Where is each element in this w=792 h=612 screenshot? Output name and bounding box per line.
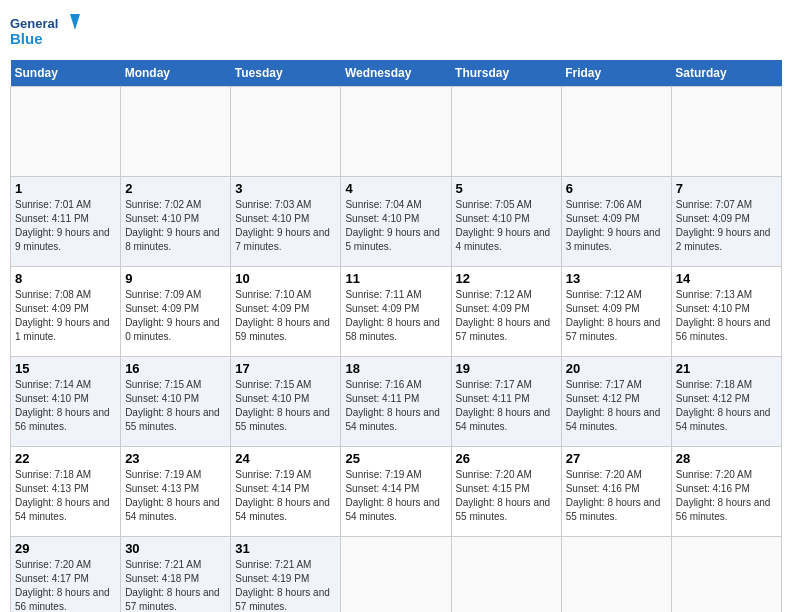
calendar-day-cell: 28Sunrise: 7:20 AMSunset: 4:16 PMDayligh… — [671, 447, 781, 537]
calendar-day-cell: 24Sunrise: 7:19 AMSunset: 4:14 PMDayligh… — [231, 447, 341, 537]
day-number: 12 — [456, 271, 557, 286]
day-number: 14 — [676, 271, 777, 286]
day-of-week-header: Friday — [561, 60, 671, 87]
day-number: 17 — [235, 361, 336, 376]
day-number: 7 — [676, 181, 777, 196]
calendar-day-cell: 23Sunrise: 7:19 AMSunset: 4:13 PMDayligh… — [121, 447, 231, 537]
calendar-day-cell — [561, 87, 671, 177]
day-detail: Sunrise: 7:03 AMSunset: 4:10 PMDaylight:… — [235, 198, 336, 254]
day-number: 22 — [15, 451, 116, 466]
day-number: 18 — [345, 361, 446, 376]
calendar-day-cell: 12Sunrise: 7:12 AMSunset: 4:09 PMDayligh… — [451, 267, 561, 357]
calendar-day-cell: 26Sunrise: 7:20 AMSunset: 4:15 PMDayligh… — [451, 447, 561, 537]
day-detail: Sunrise: 7:07 AMSunset: 4:09 PMDaylight:… — [676, 198, 777, 254]
calendar-day-cell: 19Sunrise: 7:17 AMSunset: 4:11 PMDayligh… — [451, 357, 561, 447]
day-number: 15 — [15, 361, 116, 376]
logo-svg: General Blue — [10, 10, 80, 52]
day-number: 6 — [566, 181, 667, 196]
calendar-day-cell: 20Sunrise: 7:17 AMSunset: 4:12 PMDayligh… — [561, 357, 671, 447]
day-of-week-header: Saturday — [671, 60, 781, 87]
calendar-day-cell: 21Sunrise: 7:18 AMSunset: 4:12 PMDayligh… — [671, 357, 781, 447]
day-of-week-header: Tuesday — [231, 60, 341, 87]
calendar-day-cell: 16Sunrise: 7:15 AMSunset: 4:10 PMDayligh… — [121, 357, 231, 447]
day-detail: Sunrise: 7:14 AMSunset: 4:10 PMDaylight:… — [15, 378, 116, 434]
calendar-week-row: 29Sunrise: 7:20 AMSunset: 4:17 PMDayligh… — [11, 537, 782, 613]
day-number: 27 — [566, 451, 667, 466]
calendar-day-cell: 7Sunrise: 7:07 AMSunset: 4:09 PMDaylight… — [671, 177, 781, 267]
calendar-day-cell: 30Sunrise: 7:21 AMSunset: 4:18 PMDayligh… — [121, 537, 231, 613]
day-number: 1 — [15, 181, 116, 196]
day-detail: Sunrise: 7:18 AMSunset: 4:13 PMDaylight:… — [15, 468, 116, 524]
calendar-day-cell — [341, 87, 451, 177]
day-number: 5 — [456, 181, 557, 196]
day-number: 28 — [676, 451, 777, 466]
day-detail: Sunrise: 7:19 AMSunset: 4:14 PMDaylight:… — [345, 468, 446, 524]
calendar-day-cell — [451, 537, 561, 613]
calendar-day-cell: 2Sunrise: 7:02 AMSunset: 4:10 PMDaylight… — [121, 177, 231, 267]
day-detail: Sunrise: 7:05 AMSunset: 4:10 PMDaylight:… — [456, 198, 557, 254]
calendar-day-cell: 25Sunrise: 7:19 AMSunset: 4:14 PMDayligh… — [341, 447, 451, 537]
calendar-day-cell — [451, 87, 561, 177]
calendar-day-cell — [561, 537, 671, 613]
day-detail: Sunrise: 7:11 AMSunset: 4:09 PMDaylight:… — [345, 288, 446, 344]
day-detail: Sunrise: 7:20 AMSunset: 4:16 PMDaylight:… — [566, 468, 667, 524]
day-detail: Sunrise: 7:16 AMSunset: 4:11 PMDaylight:… — [345, 378, 446, 434]
day-detail: Sunrise: 7:13 AMSunset: 4:10 PMDaylight:… — [676, 288, 777, 344]
day-of-week-header: Monday — [121, 60, 231, 87]
day-number: 20 — [566, 361, 667, 376]
calendar-header: SundayMondayTuesdayWednesdayThursdayFrid… — [11, 60, 782, 87]
calendar-day-cell: 15Sunrise: 7:14 AMSunset: 4:10 PMDayligh… — [11, 357, 121, 447]
day-detail: Sunrise: 7:04 AMSunset: 4:10 PMDaylight:… — [345, 198, 446, 254]
day-detail: Sunrise: 7:15 AMSunset: 4:10 PMDaylight:… — [235, 378, 336, 434]
calendar-day-cell: 9Sunrise: 7:09 AMSunset: 4:09 PMDaylight… — [121, 267, 231, 357]
day-number: 3 — [235, 181, 336, 196]
day-number: 13 — [566, 271, 667, 286]
day-detail: Sunrise: 7:19 AMSunset: 4:13 PMDaylight:… — [125, 468, 226, 524]
calendar-day-cell: 4Sunrise: 7:04 AMSunset: 4:10 PMDaylight… — [341, 177, 451, 267]
calendar-day-cell: 29Sunrise: 7:20 AMSunset: 4:17 PMDayligh… — [11, 537, 121, 613]
day-number: 9 — [125, 271, 226, 286]
day-of-week-header: Sunday — [11, 60, 121, 87]
calendar-day-cell: 17Sunrise: 7:15 AMSunset: 4:10 PMDayligh… — [231, 357, 341, 447]
day-number: 30 — [125, 541, 226, 556]
calendar-day-cell — [671, 537, 781, 613]
calendar-day-cell — [341, 537, 451, 613]
calendar-week-row — [11, 87, 782, 177]
day-number: 21 — [676, 361, 777, 376]
day-number: 2 — [125, 181, 226, 196]
calendar-day-cell — [231, 87, 341, 177]
day-detail: Sunrise: 7:15 AMSunset: 4:10 PMDaylight:… — [125, 378, 226, 434]
day-detail: Sunrise: 7:18 AMSunset: 4:12 PMDaylight:… — [676, 378, 777, 434]
day-number: 16 — [125, 361, 226, 376]
day-detail: Sunrise: 7:02 AMSunset: 4:10 PMDaylight:… — [125, 198, 226, 254]
calendar-day-cell: 1Sunrise: 7:01 AMSunset: 4:11 PMDaylight… — [11, 177, 121, 267]
day-detail: Sunrise: 7:10 AMSunset: 4:09 PMDaylight:… — [235, 288, 336, 344]
day-detail: Sunrise: 7:20 AMSunset: 4:16 PMDaylight:… — [676, 468, 777, 524]
day-of-week-header: Wednesday — [341, 60, 451, 87]
calendar-week-row: 1Sunrise: 7:01 AMSunset: 4:11 PMDaylight… — [11, 177, 782, 267]
calendar-day-cell — [11, 87, 121, 177]
day-number: 19 — [456, 361, 557, 376]
day-detail: Sunrise: 7:17 AMSunset: 4:12 PMDaylight:… — [566, 378, 667, 434]
calendar-day-cell: 13Sunrise: 7:12 AMSunset: 4:09 PMDayligh… — [561, 267, 671, 357]
day-detail: Sunrise: 7:21 AMSunset: 4:18 PMDaylight:… — [125, 558, 226, 612]
calendar-day-cell: 31Sunrise: 7:21 AMSunset: 4:19 PMDayligh… — [231, 537, 341, 613]
calendar-day-cell — [121, 87, 231, 177]
calendar-day-cell: 3Sunrise: 7:03 AMSunset: 4:10 PMDaylight… — [231, 177, 341, 267]
calendar-day-cell: 11Sunrise: 7:11 AMSunset: 4:09 PMDayligh… — [341, 267, 451, 357]
calendar-day-cell: 18Sunrise: 7:16 AMSunset: 4:11 PMDayligh… — [341, 357, 451, 447]
day-number: 31 — [235, 541, 336, 556]
header: General Blue — [10, 10, 782, 52]
day-detail: Sunrise: 7:08 AMSunset: 4:09 PMDaylight:… — [15, 288, 116, 344]
day-number: 29 — [15, 541, 116, 556]
svg-text:General: General — [10, 16, 58, 31]
calendar-week-row: 22Sunrise: 7:18 AMSunset: 4:13 PMDayligh… — [11, 447, 782, 537]
day-of-week-header: Thursday — [451, 60, 561, 87]
day-number: 10 — [235, 271, 336, 286]
day-detail: Sunrise: 7:20 AMSunset: 4:17 PMDaylight:… — [15, 558, 116, 612]
day-detail: Sunrise: 7:21 AMSunset: 4:19 PMDaylight:… — [235, 558, 336, 612]
day-number: 25 — [345, 451, 446, 466]
day-number: 23 — [125, 451, 226, 466]
day-detail: Sunrise: 7:12 AMSunset: 4:09 PMDaylight:… — [456, 288, 557, 344]
calendar-day-cell — [671, 87, 781, 177]
